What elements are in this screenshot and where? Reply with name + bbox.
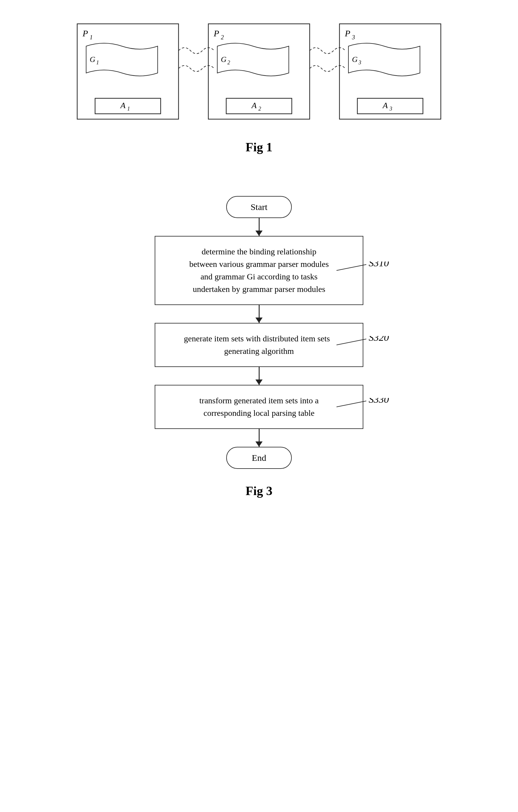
- svg-text:P: P: [345, 28, 350, 38]
- step-s330-box: transform generated item sets into acorr…: [155, 385, 363, 429]
- fig1-svg: P 1 G 1 A 1 P 2 G 2: [65, 18, 453, 131]
- s320-annotation: S320: [336, 336, 402, 354]
- step-s330-row: transform generated item sets into acorr…: [125, 385, 393, 429]
- s330-label: S330: [369, 398, 389, 405]
- svg-line-26: [336, 401, 366, 407]
- svg-text:1: 1: [127, 106, 130, 112]
- arrow-4: [259, 429, 260, 447]
- svg-text:3: 3: [358, 60, 361, 65]
- svg-text:2: 2: [258, 106, 261, 112]
- svg-text:3: 3: [352, 34, 355, 40]
- step-s320-box: generate item sets with distributed item…: [155, 323, 363, 367]
- page: P 1 G 1 A 1 P 2 G 2: [0, 0, 518, 812]
- arrow-1: [259, 218, 260, 236]
- step-s310-box: determine the binding relationshipbetwee…: [155, 236, 363, 305]
- fig1-caption: Fig 1: [246, 140, 272, 154]
- end-label: End: [252, 453, 266, 463]
- svg-text:G: G: [352, 55, 358, 64]
- svg-text:P: P: [213, 28, 219, 38]
- fig1-section: P 1 G 1 A 1 P 2 G 2: [24, 18, 494, 154]
- svg-text:P: P: [82, 28, 88, 38]
- svg-text:A: A: [251, 101, 257, 110]
- arrow-3: [259, 367, 260, 385]
- fig1-diagram: P 1 G 1 A 1 P 2 G 2: [65, 18, 453, 125]
- s310-label: S310: [369, 262, 389, 268]
- svg-text:A: A: [120, 101, 126, 110]
- s320-annotation-svg: S320: [336, 336, 402, 354]
- svg-text:A: A: [382, 101, 388, 110]
- svg-text:1: 1: [90, 34, 93, 40]
- svg-text:2: 2: [221, 34, 224, 40]
- svg-text:2: 2: [227, 60, 230, 65]
- svg-line-24: [336, 264, 366, 270]
- fig3-caption: Fig 3: [246, 484, 272, 498]
- step-s330-text: transform generated item sets into acorr…: [199, 396, 319, 417]
- step-s310-row: determine the binding relationshipbetwee…: [125, 236, 393, 305]
- s330-annotation-svg: S330: [336, 398, 402, 416]
- flowchart: Start determine the binding relationship…: [125, 196, 393, 469]
- start-label: Start: [251, 202, 268, 212]
- s310-annotation-svg: S310: [336, 262, 402, 280]
- arrow-2: [259, 305, 260, 323]
- svg-text:G: G: [90, 55, 96, 64]
- svg-text:G: G: [221, 55, 226, 64]
- s320-label: S320: [369, 336, 389, 343]
- s310-annotation: S310: [336, 262, 402, 280]
- fig3-section: Start determine the binding relationship…: [24, 196, 494, 498]
- svg-text:3: 3: [389, 106, 392, 112]
- step-s320-text: generate item sets with distributed item…: [184, 334, 334, 356]
- step-s310-text: determine the binding relationshipbetwee…: [189, 247, 329, 294]
- start-shape: Start: [226, 196, 292, 218]
- step-s320-row: generate item sets with distributed item…: [125, 323, 393, 367]
- svg-text:1: 1: [96, 60, 99, 65]
- s330-annotation: S330: [336, 398, 402, 416]
- svg-line-25: [336, 339, 366, 345]
- end-shape: End: [226, 447, 292, 469]
